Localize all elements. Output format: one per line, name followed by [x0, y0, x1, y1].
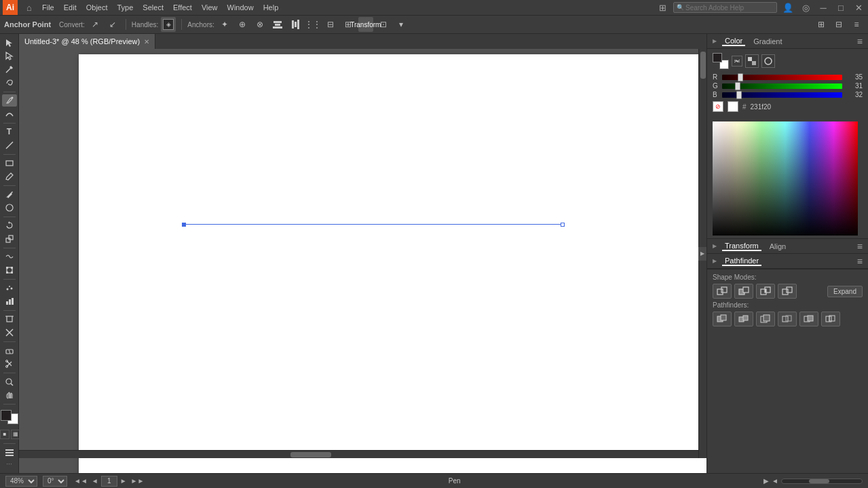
b-slider-track[interactable] — [722, 92, 842, 98]
first-page-btn[interactable]: ◄◄ — [73, 477, 89, 485]
arrange-icon[interactable]: ⊞ — [814, 17, 829, 32]
outline-btn[interactable] — [778, 312, 797, 326]
layers-panel-btn[interactable] — [2, 446, 17, 458]
convert-corner-btn[interactable]: ↙ — [105, 17, 120, 32]
unite-btn[interactable] — [713, 284, 732, 299]
rotate-tool[interactable] — [2, 219, 17, 231]
color-mode-icon-btn[interactable] — [761, 54, 775, 68]
align-tab[interactable]: Align — [767, 242, 789, 250]
white-color-btn[interactable] — [728, 101, 738, 112]
type-tool[interactable]: T — [2, 126, 17, 138]
hand-tool[interactable] — [2, 389, 17, 401]
minimize-button[interactable]: ─ — [816, 1, 830, 14]
pen-tool[interactable] — [2, 94, 17, 107]
more-icon[interactable]: ≡ — [849, 17, 864, 32]
zoom-select[interactable]: 48% — [5, 476, 37, 487]
shaper-tool[interactable] — [2, 202, 17, 214]
hscroll-thumb[interactable] — [290, 452, 331, 457]
menu-select[interactable]: Select — [138, 2, 168, 13]
transform-extra-btn[interactable]: ⊡ — [376, 17, 391, 32]
merge-btn[interactable] — [734, 312, 753, 326]
hide-handles-btn[interactable]: ⊗ — [252, 17, 267, 32]
crop-btn[interactable] — [756, 312, 775, 326]
next-page-btn[interactable]: ► — [119, 477, 128, 485]
vertical-scrollbar[interactable]: ▶ — [698, 49, 706, 458]
menu-object[interactable]: Object — [82, 2, 112, 13]
rectangle-tool[interactable] — [2, 157, 17, 169]
tab-close-button[interactable]: ✕ — [144, 38, 149, 45]
color-panel-menu[interactable]: ≡ — [857, 36, 863, 47]
play-btn[interactable]: ▶ — [763, 477, 769, 485]
selection-tool[interactable] — [2, 37, 17, 49]
menu-view[interactable]: View — [197, 2, 222, 13]
pathfinder-menu[interactable]: ≡ — [857, 256, 863, 267]
more-options-btn[interactable]: ▾ — [394, 17, 409, 32]
null-color-btn[interactable]: ⊘ — [713, 101, 723, 112]
handles-auto-btn[interactable]: ◈ — [161, 17, 176, 32]
artboard-tool[interactable] — [2, 314, 17, 326]
document-tab[interactable]: Untitled-3* @ 48 % (RGB/Preview) ✕ — [19, 34, 155, 49]
pencil-tool[interactable] — [2, 188, 17, 200]
divide-btn[interactable] — [821, 312, 840, 326]
color-type-btn[interactable] — [745, 54, 759, 68]
discovery-icon[interactable]: ◎ — [799, 1, 812, 14]
rewind-btn[interactable]: ◄ — [772, 477, 778, 485]
home-button[interactable]: ⌂ — [22, 0, 37, 15]
menu-file[interactable]: File — [38, 2, 58, 13]
maximize-button[interactable]: □ — [834, 1, 848, 14]
prev-page-btn[interactable]: ◄ — [90, 477, 100, 485]
paintbrush-tool[interactable] — [2, 170, 17, 183]
r-slider-thumb[interactable] — [738, 73, 743, 81]
menu-effect[interactable]: Effect — [169, 2, 196, 13]
r-slider-track[interactable] — [722, 75, 842, 80]
color-spectrum-wrapper[interactable] — [713, 119, 858, 236]
search-input[interactable] — [685, 4, 774, 12]
more-tools-btn[interactable]: ··· — [6, 459, 12, 470]
anchors-tool-btn[interactable]: ✦ — [217, 17, 232, 32]
line-tool[interactable] — [2, 139, 17, 151]
align-horizontal-btn[interactable] — [270, 17, 285, 32]
slice-tool[interactable] — [2, 326, 17, 339]
intersect-btn[interactable] — [756, 284, 775, 299]
timeline-track[interactable] — [781, 478, 863, 484]
color-swatches[interactable] — [1, 410, 18, 424]
convert-smooth-btn[interactable]: ↗ — [88, 17, 102, 32]
menu-type[interactable]: Type — [113, 2, 138, 13]
transform-panel-menu[interactable]: ≡ — [857, 241, 863, 252]
panel-icon[interactable]: ⊟ — [831, 17, 846, 32]
profile-icon[interactable]: 👤 — [781, 1, 795, 14]
minus-back-btn[interactable] — [799, 312, 818, 326]
pathfinder-tab[interactable]: Pathfinder — [722, 257, 761, 266]
swap-colors-btn[interactable] — [732, 56, 742, 67]
gradient-tab[interactable]: Gradient — [751, 37, 785, 45]
zoom-tool[interactable] — [2, 376, 17, 388]
timeline-thumb[interactable] — [809, 479, 829, 483]
close-button[interactable]: ✕ — [852, 1, 865, 14]
rotation-select[interactable]: 0° — [43, 476, 67, 487]
column-graph-tool[interactable] — [2, 295, 17, 307]
menu-help[interactable]: Help — [259, 2, 283, 13]
color-tab[interactable]: Color — [722, 37, 745, 46]
menu-edit[interactable]: Edit — [60, 2, 81, 13]
menu-window[interactable]: Window — [223, 2, 258, 13]
align-mid-btn[interactable]: ⋮⋮ — [305, 17, 320, 32]
horizontal-scrollbar[interactable] — [19, 450, 698, 458]
g-slider-thumb[interactable] — [735, 82, 740, 90]
trim-btn[interactable] — [713, 312, 732, 326]
lasso-tool[interactable] — [2, 77, 17, 89]
curvature-tool[interactable] — [2, 108, 17, 120]
last-page-btn[interactable]: ►► — [130, 477, 146, 485]
minus-front-btn[interactable] — [734, 284, 753, 299]
exclude-btn[interactable] — [778, 284, 797, 299]
transform-tab[interactable]: Transform — [722, 242, 761, 251]
direct-selection-tool[interactable] — [2, 50, 17, 62]
panel-collapse-btn[interactable]: ▶ — [698, 247, 706, 261]
g-slider-track[interactable] — [722, 83, 842, 89]
color-fg-bg[interactable] — [713, 53, 729, 69]
eraser-tool[interactable] — [2, 345, 17, 357]
align-vertical-btn[interactable] — [288, 17, 303, 32]
symbol-sprayer-tool[interactable] — [2, 282, 17, 295]
expand-button[interactable]: Expand — [827, 286, 863, 297]
color-spectrum-canvas[interactable] — [713, 121, 858, 236]
scissors-tool[interactable] — [2, 358, 17, 370]
